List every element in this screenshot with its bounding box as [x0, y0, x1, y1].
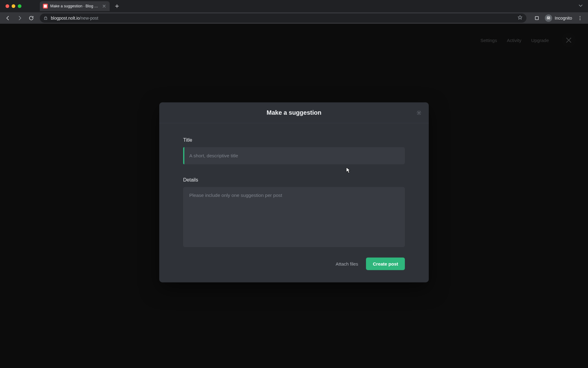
svg-point-2	[547, 18, 548, 19]
page-content: Settings Activity Upgrade Make a suggest…	[0, 24, 588, 368]
url-path: /new-post	[80, 16, 98, 21]
url-text: blogpost.nolt.io/new-post	[51, 16, 98, 21]
browser-menu-icon[interactable]	[575, 13, 585, 23]
nav-link-upgrade[interactable]: Upgrade	[531, 38, 549, 43]
modal-title: Make a suggestion	[167, 109, 421, 116]
window-controls	[6, 4, 21, 8]
svg-point-3	[549, 18, 550, 19]
details-label: Details	[183, 177, 405, 183]
svg-point-4	[580, 16, 580, 17]
nav-link-settings[interactable]: Settings	[481, 38, 497, 43]
window-maximize-dot[interactable]	[18, 4, 21, 8]
new-tab-button[interactable]	[113, 2, 121, 10]
lock-icon	[43, 16, 48, 20]
address-bar[interactable]: blogpost.nolt.io/new-post	[40, 13, 526, 23]
incognito-badge[interactable]: Incognito	[545, 14, 572, 22]
tab-favicon-icon	[43, 4, 48, 9]
svg-rect-0	[44, 5, 47, 8]
nav-link-activity[interactable]: Activity	[507, 38, 522, 43]
svg-point-5	[580, 17, 580, 18]
back-button[interactable]	[3, 13, 13, 23]
extensions-icon[interactable]	[532, 13, 542, 23]
incognito-label: Incognito	[555, 16, 572, 21]
page-topnav: Settings Activity Upgrade	[481, 33, 576, 47]
forward-button[interactable]	[15, 13, 24, 23]
bookmark-icon[interactable]	[517, 15, 523, 21]
window-close-dot[interactable]	[6, 4, 9, 8]
browser-toolbar: blogpost.nolt.io/new-post Incognito	[0, 12, 588, 24]
window-minimize-dot[interactable]	[12, 4, 15, 8]
incognito-icon	[545, 14, 552, 22]
url-host: blogpost.nolt.io	[51, 16, 80, 21]
tab-close-icon[interactable]	[102, 4, 107, 9]
reload-button[interactable]	[26, 13, 36, 23]
tab-overflow-icon[interactable]	[578, 3, 584, 9]
svg-point-6	[580, 19, 580, 20]
title-label: Title	[183, 137, 405, 143]
svg-point-7	[418, 112, 420, 113]
svg-rect-1	[535, 16, 539, 20]
details-input[interactable]	[183, 187, 405, 247]
title-group: Title	[183, 137, 405, 164]
details-group: Details	[183, 177, 405, 248]
tab-strip: Make a suggestion · Blog post	[0, 0, 588, 12]
modal-body: Title Details Attach files Create post	[159, 123, 429, 282]
suggestion-modal: Make a suggestion Title Details Attach f…	[159, 102, 429, 282]
browser-tab[interactable]: Make a suggestion · Blog post	[40, 1, 110, 11]
modal-header: Make a suggestion	[159, 102, 429, 123]
attach-files-button[interactable]: Attach files	[336, 261, 358, 266]
tab-title: Make a suggestion · Blog post	[50, 4, 99, 8]
title-input[interactable]	[183, 147, 405, 164]
gear-icon[interactable]	[416, 109, 422, 116]
close-modal-button[interactable]	[562, 33, 576, 47]
modal-actions: Attach files Create post	[183, 258, 405, 270]
create-post-button[interactable]: Create post	[366, 258, 405, 270]
browser-chrome: Make a suggestion · Blog post blog	[0, 0, 588, 24]
